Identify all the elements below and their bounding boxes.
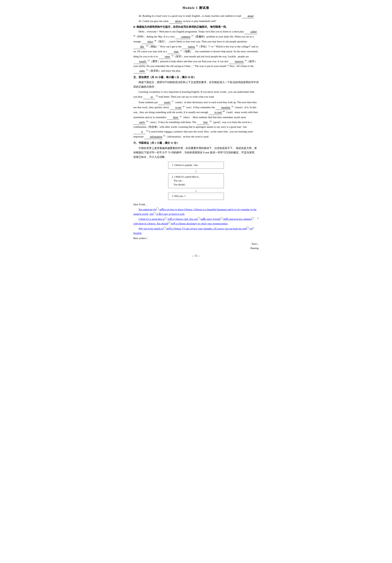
sup-60: 60	[223, 110, 225, 112]
letter-closing: Best wishes！	[133, 236, 259, 241]
sup-48: 48	[154, 39, 156, 42]
blank-aloud: aloud	[242, 14, 254, 18]
section-five-para1: Learning vocabulary is very important in…	[133, 90, 259, 99]
sup-62: 62	[147, 120, 148, 122]
diagram-box-3: 3. Why not...?	[168, 193, 224, 200]
sup-54: 54	[245, 59, 247, 62]
section-five-label: 五、语法填空（共 10 小题，每小题 1 分，满分 10 分）	[133, 75, 259, 80]
blank-65: information	[144, 135, 163, 139]
letter-signature: Yours , Daming	[133, 242, 259, 251]
blank-46: called	[245, 29, 257, 34]
sup-63: 63	[209, 120, 211, 122]
letter-para2: I think it's a good idea to② join a Chin…	[133, 217, 259, 226]
section-five-instruction: 阅读下面短文，按照句子结构的语法性和上下文连贯的要求，在空格处填入一个恰当的词或…	[133, 80, 259, 89]
diagram-arrow-2: ↓	[195, 188, 197, 193]
blank-47: common	[175, 35, 191, 39]
page-title: Module 1 测试卷	[133, 5, 259, 11]
blank-55: radio	[133, 69, 146, 73]
sup-58: 58	[183, 105, 184, 107]
blank-52: open	[159, 54, 171, 59]
diagram-box-2: 2. I think it's a good idea to... You ca…	[168, 173, 224, 188]
sup-65: 65	[163, 135, 165, 137]
diagram-box-1: 1. Chinese is popular , but...	[168, 162, 224, 169]
blank-63: best	[197, 120, 209, 125]
sup-61: 61	[180, 115, 182, 117]
blank-54: improve	[229, 59, 244, 64]
page: Module 1 测试卷 44. Reading in a loud voice…	[125, 0, 267, 265]
blank-60: to read	[209, 110, 222, 115]
section-six-label: 六、书面表达（共 1 小题，满分 15 分）	[133, 141, 259, 145]
page-number: — 72 —	[133, 254, 259, 258]
blank-59: meaning	[216, 105, 231, 110]
blank-53: usually	[133, 59, 147, 64]
letter-para1: You asked me for① advice on how to learn…	[133, 207, 259, 216]
sup-64: 64	[146, 130, 148, 132]
blank-62: easily	[133, 120, 146, 125]
blank-64: it	[133, 129, 146, 134]
letter-para3: Why not write emails to③ me in Chinese？I…	[133, 227, 259, 235]
section-b-para: Hello，everyone！Welcome to our English pr…	[133, 29, 259, 73]
sup-56: 56	[156, 95, 158, 97]
sup-53: 53	[148, 59, 150, 62]
section-five-para2: Some students put marks 57（mark）in their…	[133, 100, 259, 139]
sup-52: 52	[172, 54, 173, 57]
blank-advice: advice	[169, 19, 182, 24]
blank-51: map	[167, 49, 180, 54]
blank-61: them	[167, 115, 179, 120]
sup-47: 47	[192, 35, 193, 37]
question-45: 45. Could you give me some advice on how…	[133, 19, 259, 24]
sup-55: 55	[146, 69, 148, 71]
blank-57: marks	[159, 100, 171, 105]
sup-51: 51	[180, 50, 182, 51]
play-title: Asking the Way	[147, 35, 162, 38]
letter-body: Dear Frank , You asked me for① advice on…	[133, 202, 259, 251]
section-b-label: B. 根据短文内容和所给中文提示，在空白处写出单词的正确形式。 每空限填一词。	[133, 25, 259, 29]
writing-diagram: 1. Chinese is popular , but... ↓ 2. I th…	[168, 162, 224, 200]
blank-49: like	[133, 44, 146, 49]
sup-46: 46	[133, 35, 135, 37]
blank-48: place	[142, 39, 154, 44]
letter-greeting: Dear Frank ,	[133, 202, 259, 207]
blank-50: station	[182, 44, 195, 49]
section-six-instruction: 中国在世界上发挥着越来越重要的作用，在其重要作用的推动下，汉语热居高不下。 假设…	[133, 146, 259, 159]
sup-59: 59	[231, 105, 233, 107]
diagram-arrow-1: ↓	[195, 169, 197, 173]
blank-56: or	[143, 95, 155, 99]
question-44: 44. Reading in a loud voice is a good wa…	[133, 14, 259, 18]
blank-58: to see	[170, 105, 182, 110]
sup-57: 57	[172, 100, 173, 102]
sup-49: 49	[146, 45, 148, 47]
sup-50: 50	[196, 45, 198, 47]
